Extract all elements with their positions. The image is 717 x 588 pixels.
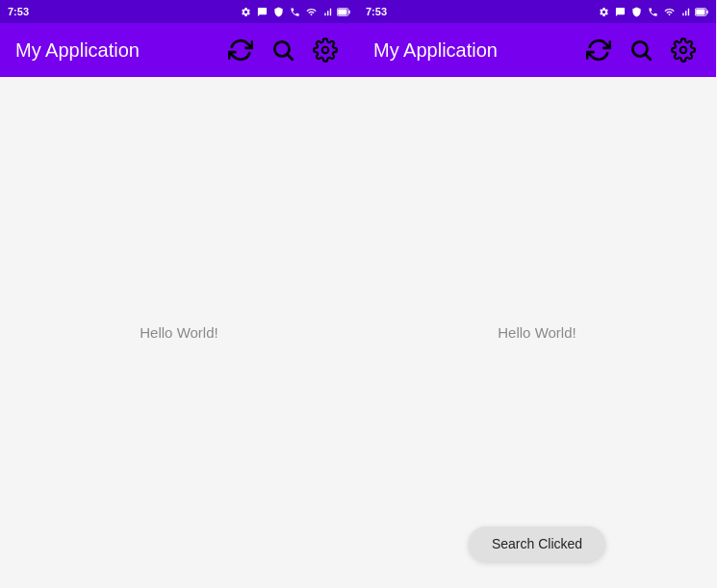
search-clicked-toast: Search Clicked [469, 526, 605, 561]
battery-status-icon [337, 5, 350, 18]
right-status-bar-left: 7:53 [366, 6, 387, 17]
right-phone-status-icon [646, 5, 659, 18]
right-settings-button[interactable] [666, 33, 701, 67]
right-settings-status-icon [597, 5, 610, 18]
right-content-area: Hello World! [358, 77, 716, 588]
svg-rect-8 [706, 10, 707, 13]
right-refresh-button[interactable] [581, 33, 616, 67]
svg-line-10 [646, 55, 651, 60]
right-message-status-icon [613, 5, 627, 18]
svg-point-5 [322, 47, 329, 54]
right-status-bar-right [597, 5, 708, 18]
left-app-title: My Application [15, 39, 223, 62]
right-signal-status-icon [679, 5, 692, 18]
left-refresh-button[interactable] [223, 33, 258, 67]
right-hello-text: Hello World! [498, 324, 576, 341]
settings-status-icon [239, 5, 252, 18]
right-shield-status-icon [629, 5, 643, 18]
wifi-status-icon [304, 5, 318, 18]
shield-status-icon [271, 5, 285, 18]
signal-status-icon [320, 5, 334, 18]
svg-rect-1 [338, 9, 346, 14]
left-content-area: Hello World! [0, 77, 358, 588]
right-status-bar: 7:53 [358, 0, 716, 23]
right-wifi-status-icon [662, 5, 676, 18]
svg-line-4 [288, 55, 293, 60]
svg-rect-7 [696, 9, 704, 14]
left-status-bar: 7:53 [0, 0, 358, 23]
right-phone-panel: 7:53 [358, 0, 716, 588]
right-app-bar: My Application [358, 23, 716, 77]
right-status-time: 7:53 [366, 6, 387, 17]
right-battery-status-icon [695, 5, 708, 18]
phone-status-icon [288, 5, 301, 18]
left-phone-panel: 7:53 [0, 0, 358, 588]
svg-point-11 [680, 47, 687, 54]
left-settings-button[interactable] [308, 33, 343, 67]
left-search-button[interactable] [266, 33, 300, 67]
svg-rect-2 [348, 10, 349, 13]
status-bar-right [239, 5, 350, 18]
right-search-button[interactable] [624, 33, 658, 67]
status-time: 7:53 [8, 6, 29, 17]
toast-text: Search Clicked [492, 536, 582, 551]
message-status-icon [255, 5, 269, 18]
right-app-title: My Application [373, 39, 581, 62]
left-app-bar: My Application [0, 23, 358, 77]
left-hello-text: Hello World! [140, 324, 218, 341]
right-app-bar-actions [581, 33, 701, 67]
status-bar-left: 7:53 [8, 6, 29, 17]
left-app-bar-actions [223, 33, 343, 67]
